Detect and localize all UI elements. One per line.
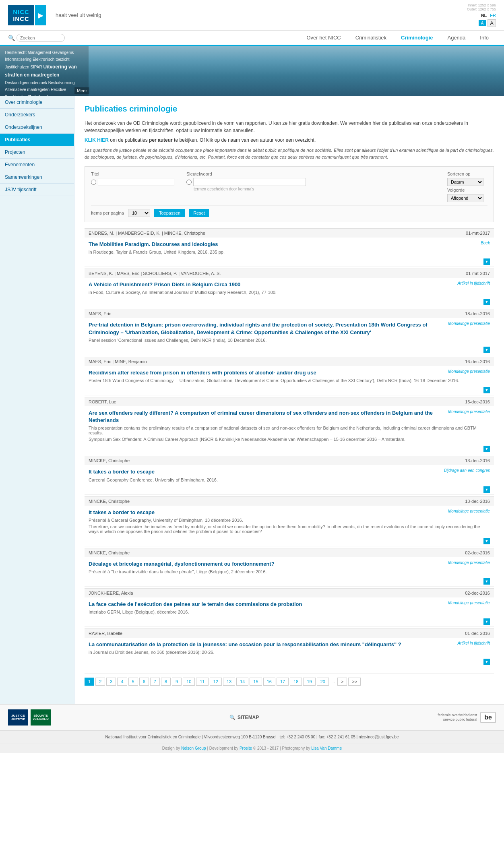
hero-tag-bemiddeling[interactable]: Bemiddeling: [5, 95, 27, 96]
page-last-button[interactable]: >>: [348, 678, 361, 686]
page-4-button[interactable]: 4: [117, 678, 127, 686]
pub-extra: Symposium Sex Offenders: A Criminal Care…: [89, 437, 490, 442]
pub-title: La face cachée de l'exécution des peines…: [89, 601, 444, 608]
expand-icon[interactable]: ▼: [483, 578, 490, 585]
hero-tag-herstelrecht[interactable]: Herstelrecht: [5, 50, 27, 55]
nav-item-nicc[interactable]: Over het NICC: [299, 31, 348, 45]
lang-nl[interactable]: NL: [481, 13, 487, 18]
hero-tag-recidive[interactable]: Recidive: [51, 87, 66, 92]
pub-title: Décalage et bricolage managérial, dysfon…: [89, 560, 444, 568]
lisa-link[interactable]: Lisa Van Damme: [311, 746, 342, 750]
sleutelwoord-input[interactable]: [193, 178, 306, 186]
nav-item-agenda[interactable]: Agenda: [440, 31, 473, 45]
page-16-button[interactable]: 16: [263, 678, 275, 686]
expand-icon[interactable]: ▼: [483, 659, 490, 665]
logo[interactable]: NICC INCC ▶: [8, 5, 46, 25]
expand-icon[interactable]: ▼: [483, 618, 490, 625]
nelson-link[interactable]: Nelson Group: [181, 746, 206, 750]
lang-switcher: NL FR: [481, 13, 496, 18]
font-size-large[interactable]: A: [487, 19, 496, 27]
pub-source: in Food, Culture & Society, An Internati…: [89, 290, 490, 295]
nav-item-info[interactable]: Info: [473, 31, 496, 45]
footer-main: Nationaal Instituut voor Criminalistiek …: [0, 730, 504, 743]
hero-meer-link[interactable]: Meer: [74, 87, 89, 94]
expand-icon[interactable]: ▼: [483, 258, 490, 265]
page-2-button[interactable]: 2: [95, 678, 105, 686]
sidebar-item-criminologie[interactable]: Over criminologie: [0, 96, 74, 109]
page-14-button[interactable]: 14: [236, 678, 248, 686]
page-7-button[interactable]: 7: [150, 678, 160, 686]
pub-title: It takes a border to escape: [89, 468, 440, 475]
page-8-button[interactable]: 8: [161, 678, 171, 686]
page-20-button[interactable]: 20: [317, 678, 329, 686]
header-right: Inner: 1252 x 596 Outer: 1262 x 755 NL F…: [467, 3, 496, 27]
sidebar-item-evenementen[interactable]: Evenementen: [0, 159, 74, 171]
hero-tag-elektronisch[interactable]: Elektronisch toezicht: [33, 57, 70, 62]
prosite-link[interactable]: Prosite: [240, 746, 252, 750]
page-11-button[interactable]: 11: [196, 678, 208, 686]
search-input[interactable]: [17, 34, 65, 42]
pub-title: Are sex offenders really different? A co…: [89, 409, 444, 424]
pub-source: in Journal du Droit des Jeunes, no 360 (…: [89, 650, 490, 655]
hero-tag-databank[interactable]: Databank: [28, 94, 50, 96]
page-19-button[interactable]: 19: [303, 678, 315, 686]
publication-item: MINCKE, Christophe 13-dec-2016 It takes …: [85, 496, 494, 546]
expand-icon[interactable]: ▼: [483, 446, 490, 452]
page-15-button[interactable]: 15: [250, 678, 262, 686]
pub-source: Carceral Geography Conference, Universit…: [89, 477, 490, 482]
expand-icon[interactable]: ▼: [483, 486, 490, 493]
page-13-button[interactable]: 13: [223, 678, 235, 686]
sitemap-link[interactable]: SITEMAP: [238, 715, 259, 720]
pub-authors: ROBERT, Luc: [89, 399, 116, 404]
hero-tag-informatisering[interactable]: Informatisering: [5, 57, 31, 62]
publication-item: RAVIER, Isabelle 01-dec-2016 La communau…: [85, 628, 494, 667]
nav-item-criminalistiek[interactable]: Criminalistiek: [348, 31, 394, 45]
page-1-button[interactable]: 1: [85, 678, 94, 686]
titel-input[interactable]: [98, 178, 174, 186]
hero-tag-justitiehuizen[interactable]: Justitiehuizen: [5, 65, 29, 69]
sidebar-item-projecten[interactable]: Projecten: [0, 146, 74, 159]
klik-link[interactable]: KLIK HIER: [85, 137, 109, 143]
page-17-button[interactable]: 17: [277, 678, 289, 686]
expand-icon[interactable]: ▼: [483, 347, 490, 353]
page-12-button[interactable]: 12: [210, 678, 222, 686]
klik-bold: per auteur: [149, 137, 173, 143]
datum-select[interactable]: Datum Titel: [447, 178, 483, 186]
page-10-button[interactable]: 10: [183, 678, 195, 686]
page-9-button[interactable]: 9: [172, 678, 182, 686]
page-6-button[interactable]: 6: [139, 678, 149, 686]
expand-icon[interactable]: ▼: [483, 538, 490, 544]
hero-tag-besluit[interactable]: Besluitvorming: [48, 81, 75, 85]
font-size-small[interactable]: A: [479, 20, 486, 26]
titel-label: Titel: [91, 172, 174, 176]
hero-tag-sipar[interactable]: SIPAR: [30, 65, 42, 69]
publication-item: MAES, Eric | MINE, Benjamin 16-dec-2016 …: [85, 357, 494, 395]
expand-icon[interactable]: ▼: [483, 299, 490, 305]
sidebar-item-onderzoekslijnen[interactable]: Onderzoekslijnen: [0, 121, 74, 134]
pub-source: This presentation contains the prelimina…: [89, 426, 490, 435]
search-icon-footer: 🔍: [229, 715, 235, 720]
hero-tag-deskundig[interactable]: Deskundigenonderzoek: [5, 81, 47, 85]
sidebar-item-onderzoekers[interactable]: Onderzoekers: [0, 109, 74, 121]
hero-tag-alternatief[interactable]: Alternatieve maatregelen: [5, 87, 50, 92]
sleutelwoord-radio[interactable]: [186, 180, 192, 185]
titel-radio[interactable]: [91, 180, 96, 185]
volgorde-label: Volgorde: [447, 188, 487, 192]
apply-button[interactable]: Toepassen: [154, 209, 185, 217]
lang-fr[interactable]: FR: [490, 13, 496, 18]
nav-item-criminologie[interactable]: Criminologie: [394, 31, 440, 46]
sidebar-item-jsjv[interactable]: JSJV tijdschrift: [0, 184, 74, 196]
items-select[interactable]: 10 25 50: [128, 209, 150, 217]
page-next-button[interactable]: >: [337, 678, 347, 686]
sidebar-item-samenwerkingen[interactable]: Samenwerkingen: [0, 171, 74, 184]
page-18-button[interactable]: 18: [290, 678, 302, 686]
page-5-button[interactable]: 5: [128, 678, 138, 686]
page-ellipsis: ...: [330, 679, 336, 684]
hero-tag-management[interactable]: Management Gevangenis: [28, 50, 74, 55]
publication-item: MINCKE, Christophe 13-dec-2016 It takes …: [85, 456, 494, 494]
expand-icon[interactable]: ▼: [483, 387, 490, 393]
aflopend-select[interactable]: Aflopend Oplopend: [447, 194, 483, 202]
sidebar-item-publicaties[interactable]: Publicaties: [0, 134, 74, 146]
reset-button[interactable]: Reset: [189, 209, 209, 217]
page-3-button[interactable]: 3: [106, 678, 116, 686]
